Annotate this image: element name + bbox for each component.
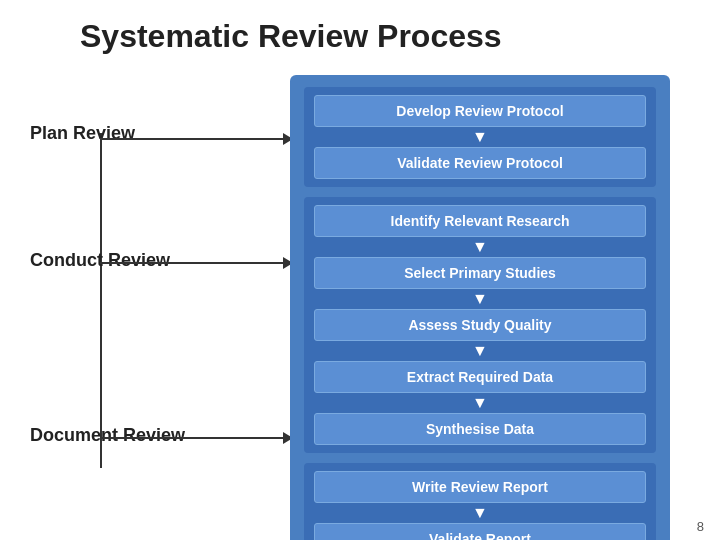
box-validate-report: Validate Report [314, 523, 646, 540]
page-number: 8 [697, 519, 704, 534]
arrow-conduct [100, 262, 292, 264]
group-plan: Develop Review Protocol ▼ Validate Revie… [304, 87, 656, 187]
arrow-down-5: ▼ [314, 393, 646, 413]
box-synthesise: Synthesise Data [314, 413, 646, 445]
right-panel: Develop Review Protocol ▼ Validate Revie… [290, 75, 670, 540]
page-title: Systematic Review Process [0, 0, 720, 65]
arrow-down-6: ▼ [314, 503, 646, 523]
label-document: Document Review [30, 425, 185, 446]
box-validate-protocol: Validate Review Protocol [314, 147, 646, 179]
group-conduct: Identify Relevant Research ▼ Select Prim… [304, 197, 656, 453]
vertical-line [100, 133, 102, 468]
arrow-down-1: ▼ [314, 127, 646, 147]
diagram-container: Plan Review Conduct Review Document Revi… [0, 65, 720, 525]
arrow-down-4: ▼ [314, 341, 646, 361]
box-develop: Develop Review Protocol [314, 95, 646, 127]
arrow-down-3: ▼ [314, 289, 646, 309]
arrow-down-2: ▼ [314, 237, 646, 257]
box-write: Write Review Report [314, 471, 646, 503]
group-document: Write Review Report ▼ Validate Report [304, 463, 656, 540]
box-select: Select Primary Studies [314, 257, 646, 289]
label-plan: Plan Review [30, 123, 135, 144]
box-extract: Extract Required Data [314, 361, 646, 393]
box-assess: Assess Study Quality [314, 309, 646, 341]
arrow-document [100, 437, 292, 439]
label-conduct: Conduct Review [30, 250, 170, 271]
arrow-plan [100, 138, 292, 140]
box-identify: Identify Relevant Research [314, 205, 646, 237]
